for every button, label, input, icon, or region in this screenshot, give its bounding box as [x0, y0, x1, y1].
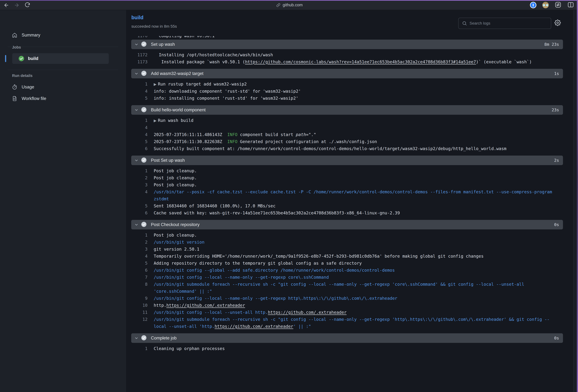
log-line: 1▶Run wash build — [131, 117, 563, 124]
log-line: 1172 Installing /opt/hostedtoolcache/was… — [131, 51, 563, 58]
line-number[interactable]: 3 — [131, 246, 147, 253]
split-view-icon — [567, 1, 574, 8]
line-number[interactable]: 5 — [131, 138, 147, 145]
line-number[interactable]: 4 — [131, 124, 147, 131]
log-link[interactable]: https://github.com/.extraheader — [215, 324, 293, 329]
log-group-title: Post Set up wash — [151, 158, 554, 163]
sidebar-item-label: Usage — [22, 85, 34, 89]
window-top-edge — [0, 0, 578, 1]
line-text: Installed package `wash v0.50.1 (https:/… — [154, 58, 558, 65]
run-status-text: succeeded now in 8m 55s — [131, 24, 177, 29]
log-segment: /usr/bin/git config --local --unset-all … — [154, 310, 268, 315]
log-link[interactable]: https://github.com/.extraheader — [268, 310, 347, 315]
log-line: 10http.https://github.com/.extraheader — [131, 302, 563, 309]
run-sidebar: Summary Jobs build Run details Usage Wor… — [0, 10, 126, 392]
log-segment: http. — [154, 303, 166, 308]
line-text: git version 2.50.1 — [154, 246, 558, 253]
line-number[interactable]: 4 — [131, 88, 147, 95]
onepassword-extension-icon[interactable] — [530, 2, 536, 8]
line-number[interactable]: 12 — [131, 316, 147, 330]
line-number[interactable]: 1 — [131, 81, 147, 88]
log-segment: git version 2.50.1 — [154, 247, 199, 252]
back-button[interactable] — [3, 2, 9, 8]
line-number[interactable]: 5 — [131, 260, 147, 267]
log-link[interactable]: https://github.com/cosmonic-labs/wash?re… — [245, 59, 476, 64]
log-group-header[interactable]: Set up wash8m 23s — [131, 40, 563, 49]
sidebar-job-build[interactable]: build — [12, 53, 109, 64]
log-segment: INFO — [227, 139, 238, 144]
line-number[interactable]: 1 — [131, 345, 147, 352]
line-number[interactable]: 5 — [131, 95, 147, 102]
step-success-check-icon — [139, 107, 147, 113]
log-segment: Cleaning up orphan processes — [154, 346, 225, 351]
forward-button[interactable] — [13, 2, 20, 8]
line-number[interactable]: 9 — [131, 295, 147, 302]
log-panel: build succeeded now in 8m 55s 1170 Compi… — [126, 10, 577, 392]
line-number[interactable]: 10 — [131, 302, 147, 309]
run-header: build succeeded now in 8m 55s — [126, 10, 577, 36]
log-group-duration: 0s — [554, 336, 559, 341]
line-text: /usr/bin/git config --global --add safe.… — [154, 267, 558, 274]
line-text: /usr/bin/git submodule foreach --recursi… — [154, 316, 558, 330]
line-number[interactable]: 6 — [131, 210, 147, 217]
line-text: /usr/bin/git version — [154, 239, 558, 246]
line-number[interactable]: 8 — [131, 281, 147, 295]
split-view-button[interactable] — [567, 1, 574, 9]
log-settings-button[interactable] — [554, 19, 562, 27]
line-number[interactable]: 11 — [131, 309, 147, 316]
back-arrow-icon — [3, 2, 9, 8]
run-details-label: Run details — [12, 74, 33, 78]
log-segment: Run wash build — [158, 118, 193, 123]
chevron-down-icon — [134, 222, 139, 227]
address-bar[interactable]: github.com — [260, 0, 319, 10]
sidebar-item-summary[interactable]: Summary — [0, 31, 126, 40]
line-text: 2025-07-23T16:11:11.486143Z INFO compone… — [154, 131, 558, 138]
log-segment: 2025-07-23T16:11:11.486143Z — [154, 132, 227, 137]
line-number[interactable]: 1172 — [131, 51, 147, 58]
log-group-header[interactable]: Build hello-world component23s — [131, 105, 563, 115]
log-segment: Post job cleanup. — [154, 233, 197, 238]
line-number[interactable]: 6 — [131, 267, 147, 274]
log-group-body: 1172 Installing /opt/hostedtoolcache/was… — [131, 49, 563, 69]
scrollbar-track[interactable] — [574, 10, 577, 392]
search-logs-input[interactable] — [470, 21, 543, 26]
line-number[interactable]: 5 — [131, 202, 147, 210]
reload-button[interactable] — [24, 2, 31, 8]
line-number[interactable]: 4 — [131, 253, 147, 260]
log-segment: Adding repository directory to the tempo… — [154, 261, 362, 266]
line-text — [154, 124, 558, 131]
log-group-header[interactable]: Add wasm32-wasip2 target1s — [131, 69, 563, 78]
line-number[interactable]: 1 — [131, 117, 147, 124]
log-line: 3git version 2.50.1 — [131, 246, 563, 253]
log-segment: Post job cleanup. — [154, 168, 197, 173]
line-number[interactable]: 1 — [131, 167, 147, 174]
sidebar-item-usage[interactable]: Usage — [0, 83, 126, 91]
log-group-title: Post Checkout repository — [151, 222, 554, 227]
line-number[interactable]: 6 — [131, 145, 147, 152]
sidebar-item-workflow-file[interactable]: Workflow file — [0, 94, 126, 103]
line-number[interactable]: 4 — [131, 131, 147, 138]
log-group-header[interactable]: Post Set up wash2s — [131, 156, 563, 165]
log-segment: 2025-07-23T16:11:30.822638Z — [154, 139, 227, 144]
profile-avatar-icon[interactable] — [542, 2, 549, 8]
run-title-link[interactable]: build — [131, 15, 144, 20]
line-number[interactable]: 3 — [131, 181, 147, 188]
log-link[interactable]: https://github.com/.extraheader — [166, 303, 245, 308]
log-group-header[interactable]: Post Checkout repository0s — [131, 220, 563, 229]
log-segment: Generated project configuration at ./.wa… — [238, 139, 377, 144]
log-group-header[interactable]: Complete job0s — [131, 333, 563, 343]
line-number[interactable]: 1 — [131, 232, 147, 239]
log-line: 52025-07-23T16:11:30.822638Z INFO Genera… — [131, 138, 563, 145]
line-number[interactable]: 2 — [131, 174, 147, 181]
line-number[interactable]: 2 — [131, 239, 147, 246]
log-line: 1Cleaning up orphan processes — [131, 345, 563, 352]
line-number[interactable]: 7 — [131, 274, 147, 281]
line-number[interactable]: 1170 — [131, 36, 147, 39]
log-group-body: 1Cleaning up orphan processes — [131, 343, 563, 355]
line-number[interactable]: 1173 — [131, 58, 147, 65]
log-group-duration: 0s — [554, 222, 559, 227]
extensions-settings-button[interactable] — [555, 1, 561, 9]
chevron-down-icon — [134, 158, 139, 163]
line-number[interactable]: 4 — [131, 188, 147, 202]
line-text: /usr/bin/git config --local --name-only … — [154, 274, 558, 281]
